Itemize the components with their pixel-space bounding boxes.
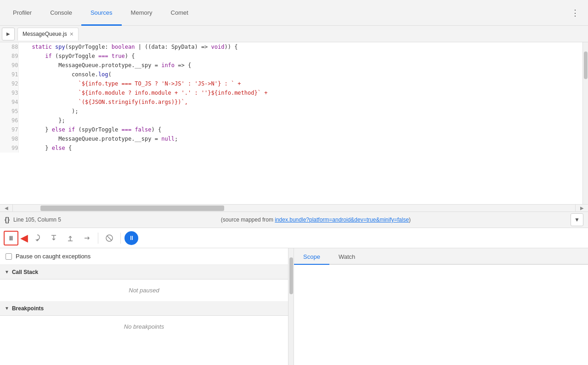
async-call-stack-button[interactable]: ⏸	[124, 231, 138, 245]
pause-exceptions-row: Pause on caught exceptions	[0, 248, 288, 265]
h-scroll-track[interactable]	[13, 205, 575, 211]
tab-profiler[interactable]: Profiler	[4, 0, 41, 26]
left-debug-panel: Pause on caught exceptions ▼ Call Stack …	[0, 248, 294, 365]
table-row: 95 );	[0, 107, 582, 116]
debug-toolbar: ⏸ ◀ ⏸	[0, 228, 588, 248]
pause-exceptions-label: Pause on caught exceptions	[16, 253, 90, 260]
table-row: 92 `${info.type === TO_JS ? 'N->JS' : 'J…	[0, 79, 582, 88]
deactivate-breakpoints-button[interactable]	[102, 231, 117, 245]
pause-exceptions-checkbox[interactable]	[6, 253, 12, 260]
more-options-button[interactable]: ⋮	[566, 4, 584, 22]
format-toggle-button[interactable]: {}	[5, 216, 10, 223]
step-into-icon	[50, 234, 58, 242]
source-map-link[interactable]: index.bundle?platform=android&dev=true&m…	[275, 217, 409, 223]
left-panel-scroll[interactable]: Pause on caught exceptions ▼ Call Stack …	[0, 248, 294, 365]
tab-sources[interactable]: Sources	[81, 0, 122, 26]
table-row: 98 MessageQueue.prototype.__spy = null;	[0, 134, 582, 143]
table-row: 97 } else if (spyOrToggle === false) {	[0, 125, 582, 134]
svg-line-1	[107, 236, 112, 240]
tab-comet[interactable]: Comet	[162, 0, 198, 26]
right-panel-content: Not paused	[294, 265, 588, 365]
toolbar-separator-2	[120, 233, 121, 244]
step-into-button[interactable]	[46, 231, 61, 245]
call-stack-header[interactable]: ▼ Call Stack	[0, 265, 288, 279]
top-tab-bar: Profiler Console Sources Memory Comet ⋮	[0, 0, 588, 26]
source-map-info: (source mapped from index.bundle?platfor…	[65, 217, 567, 223]
file-tab-messagequeuejs[interactable]: MessageQueue.js ×	[17, 28, 79, 40]
step-over-button[interactable]	[30, 231, 45, 245]
left-panel-scrollbar[interactable]: ▼	[288, 248, 294, 365]
tab-memory[interactable]: Memory	[122, 0, 162, 26]
pause-resume-button[interactable]: ⏸	[4, 231, 18, 245]
right-panel-tabs: Scope Watch	[294, 248, 588, 265]
left-panel-scrollbar-thumb[interactable]	[289, 257, 293, 294]
step-out-icon	[66, 234, 74, 242]
file-tab-label: MessageQueue.js	[23, 31, 67, 37]
breakpoints-header[interactable]: ▼ Breakpoints	[0, 301, 288, 316]
step-out-button[interactable]	[63, 231, 78, 245]
table-row: 91 console.log(	[0, 70, 582, 79]
breakpoints-label: Breakpoints	[12, 305, 44, 312]
vertical-scrollbar[interactable]	[582, 42, 588, 204]
breakpoints-empty: No breakpoints	[0, 316, 288, 337]
code-editor: 88 static spy(spyOrToggle: boolean | ((d…	[0, 42, 588, 204]
tab-watch[interactable]: Watch	[329, 249, 364, 265]
continue-icon	[83, 234, 91, 242]
right-debug-panel: Scope Watch Not paused	[294, 248, 588, 365]
call-stack-label: Call Stack	[12, 269, 38, 275]
call-stack-not-paused: Not paused	[0, 279, 288, 301]
h-scroll-left-button[interactable]: ◀	[0, 205, 13, 211]
play-icon: ▶	[6, 31, 10, 36]
horizontal-scroll-row: ◀ ▶	[0, 204, 588, 211]
close-tab-button[interactable]: ×	[70, 30, 74, 38]
step-over-icon	[33, 234, 41, 242]
breakpoints-toggle-icon: ▼	[5, 306, 9, 311]
chevron-down-icon: ▼	[574, 217, 580, 223]
table-row: 88 static spy(spyOrToggle: boolean | ((d…	[0, 42, 582, 51]
scrollbar-thumb[interactable]	[584, 51, 588, 79]
call-stack-toggle-icon: ▼	[5, 269, 9, 274]
code-table: 88 static spy(spyOrToggle: boolean | ((d…	[0, 42, 582, 153]
file-navigator-button[interactable]: ▶	[2, 28, 15, 40]
red-arrow-icon: ◀	[20, 232, 28, 244]
code-scroll-area[interactable]: 88 static spy(spyOrToggle: boolean | ((d…	[0, 42, 582, 204]
deactivate-icon	[105, 234, 114, 243]
cursor-location: Line 105, Column 5	[13, 217, 61, 223]
toolbar-separator	[98, 233, 98, 244]
left-panel-content: Pause on caught exceptions ▼ Call Stack …	[0, 248, 288, 365]
tab-console[interactable]: Console	[41, 0, 81, 26]
continue-to-here-button[interactable]	[79, 231, 94, 245]
tab-scope[interactable]: Scope	[294, 249, 329, 265]
status-bar: {} Line 105, Column 5 (source mapped fro…	[0, 211, 588, 228]
table-row: 93 `${info.module ? info.module + '.' : …	[0, 88, 582, 97]
table-row: 89 if (spyOrToggle === true) {	[0, 51, 582, 61]
console-drawer-button[interactable]: ▼	[571, 213, 583, 226]
tab-list: Profiler Console Sources Memory Comet	[4, 0, 566, 25]
table-row: 99 } else {	[0, 143, 582, 153]
bottom-panels: Pause on caught exceptions ▼ Call Stack …	[0, 248, 588, 365]
h-scroll-right-button[interactable]: ▶	[575, 205, 588, 211]
file-tab-row: ▶ MessageQueue.js ×	[0, 26, 588, 42]
h-scroll-thumb[interactable]	[40, 205, 224, 211]
table-row: 94 `(${JSON.stringify(info.args)})`,	[0, 97, 582, 107]
table-row: 90 MessageQueue.prototype.__spy = info =…	[0, 61, 582, 70]
table-row: 96 };	[0, 116, 582, 125]
